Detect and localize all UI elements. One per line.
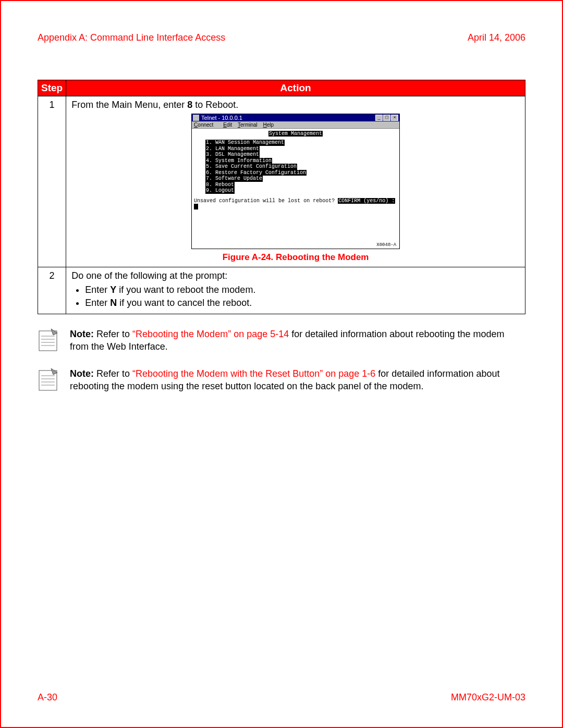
- note-text: Note: Refer to “Rebooting the Modem” on …: [70, 328, 525, 353]
- action-cell: Do one of the following at the prompt: E…: [66, 267, 525, 314]
- text: if you want to cancel the reboot.: [117, 298, 252, 308]
- key-bold: 8: [187, 100, 192, 110]
- menu-item: 6. Restore Factory Configuration: [205, 170, 307, 176]
- col-step: Step: [38, 80, 66, 96]
- note-block: Note: Refer to “Rebooting the Modem” on …: [38, 328, 525, 354]
- telnet-footer-code: X0048-A: [376, 242, 396, 248]
- note-icon: [38, 367, 59, 393]
- list-item: Enter N if you want to cancel the reboot…: [85, 298, 520, 309]
- menu-item: 5. Save Current Configuration: [205, 164, 297, 170]
- menu-help: Help: [263, 122, 274, 128]
- cross-reference-link[interactable]: “Rebooting the Modem with the Reset Butt…: [132, 368, 375, 379]
- menu-item: 1. WAN Session Management: [205, 140, 285, 146]
- step2-intro: Do one of the following at the prompt:: [71, 270, 520, 281]
- note-label: Note:: [70, 368, 96, 379]
- menu-item: 2. LAN Management: [205, 146, 260, 152]
- text: Enter: [85, 285, 110, 295]
- key-bold: Y: [110, 285, 116, 295]
- list-item: Enter Y if you want to reboot the modem.: [85, 285, 520, 295]
- page-footer: A-30 MM70xG2-UM-03: [38, 692, 525, 703]
- window-title: Telnet - 10.0.0.1: [201, 115, 375, 121]
- menu-item: 7. Software Update: [205, 176, 263, 182]
- app-icon: [193, 115, 199, 121]
- telnet-menu-list: 1. WAN Session Management 2. LAN Managem…: [205, 140, 397, 194]
- note-icon: [38, 328, 59, 354]
- telnet-titlebar: Telnet - 10.0.0.1 _ □ ×: [192, 114, 399, 121]
- telnet-body: System Management 1. WAN Session Managem…: [192, 129, 399, 249]
- cursor-block: [194, 204, 198, 209]
- text: if you want to reboot the modem.: [116, 285, 255, 295]
- step-number: 2: [38, 267, 66, 314]
- confirm-prompt: Unsaved configuration will be lost on re…: [194, 198, 397, 209]
- system-heading: System Management: [268, 131, 323, 137]
- document-page: Appendix A: Command Line Interface Acces…: [0, 0, 563, 728]
- header-right: April 14, 2006: [468, 32, 525, 43]
- menu-connect: Connect: [194, 122, 217, 128]
- note-label: Note:: [70, 329, 96, 339]
- close-icon: ×: [391, 115, 398, 121]
- page-header: Appendix A: Command Line Interface Acces…: [38, 32, 525, 43]
- maximize-icon: □: [383, 115, 390, 121]
- menu-item: 8. Reboot: [205, 182, 235, 188]
- note-text: Note: Refer to “Rebooting the Modem with…: [70, 367, 525, 393]
- window-buttons: _ □ ×: [375, 115, 398, 121]
- menu-edit: Edit: [223, 122, 232, 128]
- menu-item: 4. System Information: [205, 158, 272, 164]
- footer-doc-id: MM70xG2-UM-03: [451, 692, 525, 703]
- col-action: Action: [66, 80, 525, 96]
- footer-page-number: A-30: [38, 692, 57, 703]
- steps-table: Step Action 1 From the Main Menu, enter …: [38, 80, 525, 314]
- table-row: 1 From the Main Menu, enter 8 to Reboot.…: [38, 96, 525, 267]
- key-bold: N: [110, 298, 117, 308]
- telnet-menubar: Connect Edit Terminal Help: [192, 121, 399, 129]
- note-block: Note: Refer to “Rebooting the Modem with…: [38, 367, 525, 393]
- menu-terminal: Terminal: [238, 122, 258, 128]
- table-row: 2 Do one of the following at the prompt:…: [38, 267, 525, 314]
- text: Refer to: [96, 368, 132, 379]
- minimize-icon: _: [375, 115, 383, 121]
- step-number: 1: [38, 96, 66, 267]
- cross-reference-link[interactable]: “Rebooting the Modem” on page 5-14: [132, 329, 289, 339]
- text: Refer to: [96, 329, 132, 339]
- prompt-text: Unsaved configuration will be lost on re…: [194, 198, 338, 204]
- text: to Reboot.: [192, 100, 238, 110]
- menu-item: 3. DSL Management: [205, 152, 260, 158]
- action-cell: From the Main Menu, enter 8 to Reboot. T…: [66, 96, 525, 267]
- step1-intro: From the Main Menu, enter 8 to Reboot.: [71, 100, 520, 110]
- prompt-inverse: CONFIRM (yes/no) :: [338, 198, 395, 204]
- menu-item: 9. Logout: [205, 188, 235, 194]
- figure-caption: Figure A-24. Rebooting the Modem: [71, 252, 520, 263]
- telnet-screenshot: Telnet - 10.0.0.1 _ □ × Connect Edit Ter…: [191, 114, 400, 249]
- text: Enter: [85, 298, 110, 308]
- step2-bullets: Enter Y if you want to reboot the modem.…: [85, 285, 520, 309]
- header-left: Appendix A: Command Line Interface Acces…: [38, 32, 225, 43]
- text: From the Main Menu, enter: [71, 100, 187, 110]
